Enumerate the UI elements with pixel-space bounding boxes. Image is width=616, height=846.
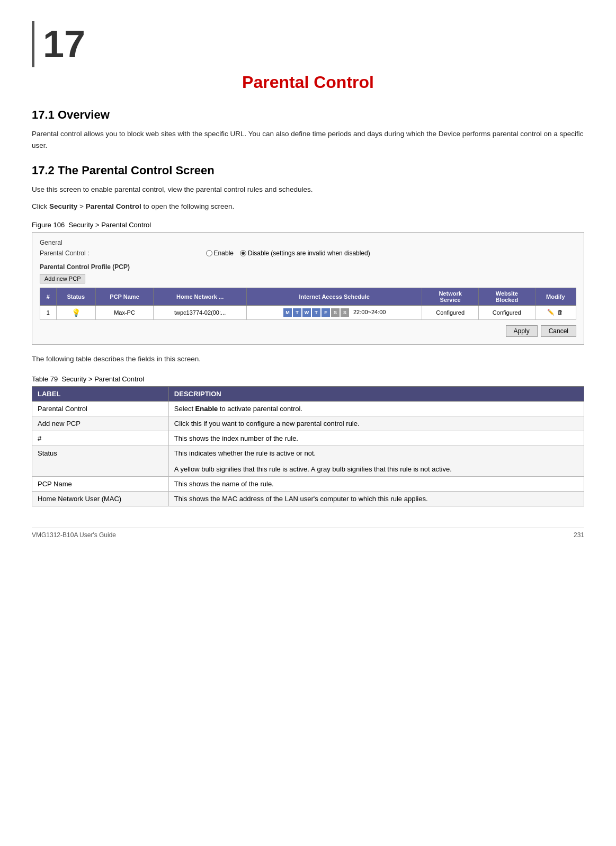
- cell-network-service: Configured: [422, 305, 479, 319]
- section-17-1-heading: 17.1 Overview: [32, 108, 584, 122]
- day-F: F: [322, 308, 330, 317]
- section-17-2-body1: Use this screen to enable parental contr…: [32, 184, 584, 195]
- action-icons: ✏️ 🗑: [539, 309, 573, 316]
- desc-table-row: Add new PCPClick this if you want to con…: [32, 416, 584, 431]
- desc-table-row: StatusThis indicates whether the rule is…: [32, 446, 584, 477]
- enable-radio-circle[interactable]: [206, 250, 212, 256]
- chapter-header: 17: [32, 21, 584, 67]
- col-hash: #: [40, 288, 57, 305]
- pcp-table-header-row: # Status PCP Name Home Network ... Inter…: [40, 288, 576, 305]
- screenshot-box: General Parental Control : Enable Disabl…: [32, 232, 584, 345]
- day-T2: T: [312, 308, 320, 317]
- table-79-caption: Security > Parental Control: [61, 375, 144, 383]
- enable-radio[interactable]: Enable: [206, 250, 234, 257]
- apply-button[interactable]: Apply: [506, 325, 538, 337]
- parental-control-field-label: Parental Control :: [40, 250, 98, 257]
- bulb-icon: 💡: [72, 308, 81, 317]
- cell-schedule: MTWTFSS 22:00~24:00: [247, 305, 422, 319]
- cell-pcp-name: Max-PC: [95, 305, 153, 319]
- desc-table-row: #This shows the index number of the rule…: [32, 431, 584, 446]
- desc-cell-description: This shows the index number of the rule.: [168, 431, 584, 446]
- cell-num: 1: [40, 305, 57, 319]
- cancel-button[interactable]: Cancel: [541, 325, 576, 337]
- disable-label: Disable (settings are invalid when disab…: [248, 250, 370, 257]
- cell-website-blocked: Configured: [478, 305, 535, 319]
- desc-table-row: Parental ControlSelect Enable to activat…: [32, 402, 584, 416]
- add-new-pcp-button[interactable]: Add new PCP: [40, 274, 85, 283]
- desc-cell-description: Click this if you want to configure a ne…: [168, 416, 584, 431]
- desc-cell-description: This shows the MAC address of the LAN us…: [168, 492, 584, 506]
- chapter-left-bar: 17: [32, 21, 85, 67]
- day-S1: S: [331, 308, 340, 317]
- footer-product: VMG1312-B10A User's Guide: [32, 531, 116, 539]
- desc-col-description: DESCRIPTION: [168, 387, 584, 402]
- figure-label: Figure 106 Security > Parental Control: [32, 221, 584, 229]
- col-internet-access: Internet Access Schedule: [247, 288, 422, 305]
- desc-table-header-row: LABEL DESCRIPTION: [32, 387, 584, 402]
- col-pcp-name: PCP Name: [95, 288, 153, 305]
- section-17-2-heading: 17.2 The Parental Control Screen: [32, 164, 584, 177]
- desc-cell-label: Status: [32, 446, 169, 477]
- enable-label: Enable: [214, 250, 234, 257]
- col-modify: Modify: [535, 288, 576, 305]
- col-network-service: NetworkService: [422, 288, 479, 305]
- table-intro-text: The following table describes the fields…: [32, 353, 584, 365]
- page-footer: VMG1312-B10A User's Guide 231: [32, 528, 584, 539]
- day-W: W: [302, 308, 311, 317]
- delete-icon[interactable]: 🗑: [557, 309, 564, 316]
- desc-cell-label: #: [32, 431, 169, 446]
- desc-cell-label: Home Network User (MAC): [32, 492, 169, 506]
- pcp-table: # Status PCP Name Home Network ... Inter…: [40, 288, 576, 320]
- desc-cell-label: Add new PCP: [32, 416, 169, 431]
- chapter-title: Parental Control: [32, 73, 584, 92]
- section-17-1-body: Parental control allows you to block web…: [32, 128, 584, 151]
- desc-cell-label: Parental Control: [32, 402, 169, 416]
- parental-control-row: Parental Control : Enable Disable (setti…: [40, 250, 576, 257]
- pcp-section-label: Parental Control Profile (PCP): [40, 263, 576, 271]
- desc-col-label: LABEL: [32, 387, 169, 402]
- disable-radio-circle[interactable]: [240, 250, 246, 256]
- cell-home-network: twpc13774-02(00:...: [154, 305, 247, 319]
- time-range: 22:00~24:00: [353, 309, 386, 315]
- section-17-2-body2: Click Security > Parental Control to ope…: [32, 201, 584, 212]
- table-79-number: Table 79: [32, 375, 58, 383]
- table-79-label: Table 79 Security > Parental Control: [32, 375, 584, 383]
- col-website-blocked: WebsiteBlocked: [478, 288, 535, 305]
- desc-table-row: Home Network User (MAC)This shows the MA…: [32, 492, 584, 506]
- day-M: M: [283, 308, 292, 317]
- desc-table-row: PCP NameThis shows the name of the rule.: [32, 477, 584, 492]
- footer-page: 231: [574, 531, 584, 539]
- col-status: Status: [56, 288, 95, 305]
- desc-cell-description: This indicates whether the rule is activ…: [168, 446, 584, 477]
- action-row: Apply Cancel: [40, 325, 576, 337]
- scr-general-label: General: [40, 239, 576, 246]
- description-table: LABEL DESCRIPTION Parental ControlSelect…: [32, 386, 584, 506]
- col-home-network: Home Network ...: [154, 288, 247, 305]
- cell-modify: ✏️ 🗑: [535, 305, 576, 319]
- desc-cell-description: Select Enable to activate parental contr…: [168, 402, 584, 416]
- desc-cell-description: This shows the name of the rule.: [168, 477, 584, 492]
- table-row: 1 💡 Max-PC twpc13774-02(00:... MTWTFSS 2…: [40, 305, 576, 319]
- disable-radio[interactable]: Disable (settings are invalid when disab…: [240, 250, 370, 257]
- day-T1: T: [293, 308, 301, 317]
- desc-cell-label: PCP Name: [32, 477, 169, 492]
- parental-control-radio-group: Enable Disable (settings are invalid whe…: [206, 250, 370, 257]
- day-S2: S: [341, 308, 349, 317]
- cell-status: 💡: [56, 305, 95, 319]
- edit-icon[interactable]: ✏️: [547, 309, 555, 316]
- chapter-number: 17: [43, 23, 85, 65]
